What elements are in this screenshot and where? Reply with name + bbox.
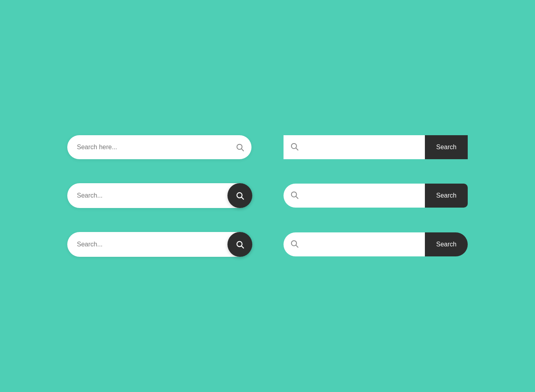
svg-line-3: [296, 148, 298, 150]
svg-line-5: [241, 197, 243, 199]
search-input-6[interactable]: [303, 241, 418, 248]
search-bar-3-wrap: [67, 232, 251, 257]
search-bar-2-wrap: [67, 183, 251, 208]
svg-line-1: [241, 149, 243, 151]
search-bar-4: [284, 135, 425, 159]
search-button-4[interactable]: Search: [425, 135, 468, 159]
search-icon-5: [290, 190, 299, 201]
search-icon-1: [235, 143, 244, 152]
search-bar-2: [67, 183, 251, 208]
search-input-4[interactable]: [303, 144, 418, 151]
search-bar-5: [284, 184, 425, 208]
search-input-1[interactable]: [77, 144, 235, 151]
search-button-3[interactable]: [227, 232, 252, 257]
svg-line-7: [296, 196, 298, 198]
search-bar-4-wrap: Search: [284, 135, 468, 159]
search-input-2[interactable]: [77, 192, 223, 199]
search-bar-6-wrap: Search: [284, 232, 468, 256]
search-bar-6: [284, 232, 425, 256]
svg-line-9: [241, 246, 243, 248]
search-input-5[interactable]: [303, 192, 418, 199]
search-bar-1: [67, 135, 251, 159]
search-button-5[interactable]: Search: [425, 184, 468, 208]
search-input-3[interactable]: [77, 241, 223, 248]
search-icon-4: [290, 142, 299, 152]
search-button-6[interactable]: Search: [425, 232, 468, 256]
search-bar-5-wrap: Search: [284, 184, 468, 208]
search-button-2[interactable]: [227, 183, 252, 208]
search-bar-3: [67, 232, 251, 257]
svg-line-11: [296, 245, 298, 247]
search-icon-6: [290, 239, 299, 250]
search-bars-grid: Search Search: [67, 135, 468, 257]
